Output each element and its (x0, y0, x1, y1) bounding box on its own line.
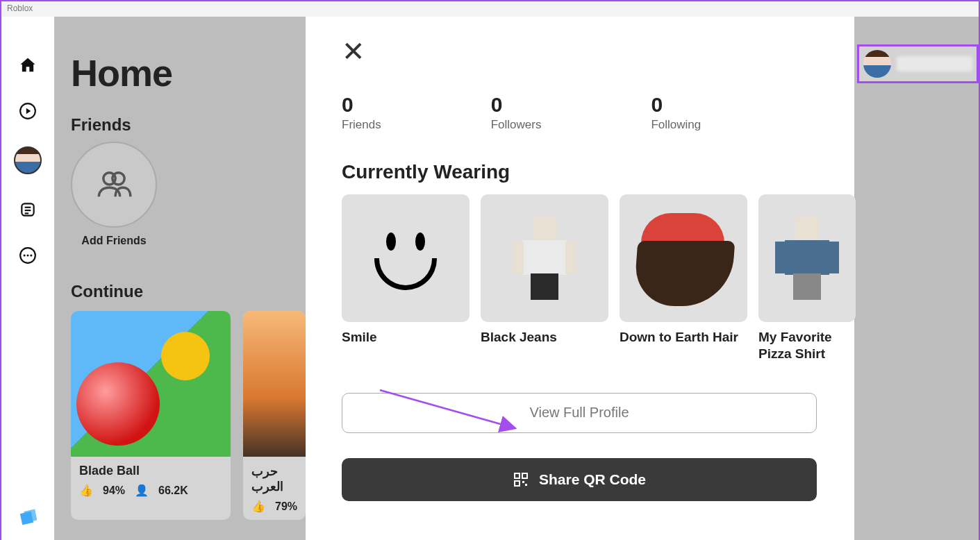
window-titlebar: Roblox (1, 1, 979, 17)
close-icon[interactable]: ✕ (342, 37, 854, 65)
add-friends-label: Add Friends (71, 235, 157, 247)
svg-rect-16 (522, 481, 524, 483)
game-card[interactable]: Blade Ball 👍 94% 👤 66.2K (71, 311, 231, 520)
item-thumb-smile (342, 194, 470, 322)
game-thumbnail (243, 311, 306, 457)
username-blurred (897, 56, 972, 71)
play-icon[interactable] (17, 101, 38, 121)
wearing-item[interactable]: Down to Earth Hair (620, 194, 747, 362)
item-name: Smile (342, 329, 470, 346)
game-title: حرب العرب (251, 464, 297, 494)
stat-label: Friends (342, 118, 381, 132)
item-name: My Favorite Pizza Shirt (758, 329, 856, 362)
item-name: Down to Earth Hair (620, 329, 747, 346)
wearing-item[interactable]: Black Jeans (481, 194, 608, 362)
wearing-item[interactable]: My Favorite Pizza Shirt (758, 194, 856, 362)
game-players: 66.2K (158, 484, 188, 497)
home-icon[interactable] (17, 55, 38, 76)
item-thumb-jeans (481, 194, 608, 322)
thumbs-up-icon: 👍 (79, 484, 93, 497)
svg-rect-17 (525, 484, 527, 486)
currently-wearing-heading: Currently Wearing (342, 161, 854, 183)
svg-rect-10 (24, 509, 37, 523)
stat-followers[interactable]: 0 Followers (491, 93, 542, 132)
stat-label: Following (651, 118, 701, 132)
stat-friends[interactable]: 0 Friends (342, 93, 381, 132)
svg-rect-14 (522, 473, 527, 478)
left-sidebar (1, 17, 54, 540)
stat-value: 0 (342, 93, 381, 117)
game-thumbnail (71, 311, 231, 457)
svg-point-6 (24, 254, 26, 256)
players-icon: 👤 (135, 484, 149, 497)
game-title: Blade Ball (79, 464, 222, 478)
item-thumb-hair (620, 194, 747, 322)
thumbs-up-icon: 👍 (251, 500, 265, 513)
more-icon[interactable] (17, 245, 38, 266)
roblox-logo-icon[interactable] (19, 508, 37, 526)
game-rating: 79% (275, 500, 297, 513)
svg-rect-13 (515, 473, 520, 478)
game-card[interactable]: حرب العرب 👍 79% (243, 311, 306, 520)
item-name: Black Jeans (481, 329, 608, 346)
share-qr-code-button[interactable]: Share QR Code (342, 458, 817, 501)
stat-following[interactable]: 0 Following (651, 93, 701, 132)
avatar (863, 50, 891, 78)
share-qr-label: Share QR Code (539, 471, 646, 488)
view-full-profile-button[interactable]: View Full Profile (342, 393, 817, 433)
game-rating: 94% (103, 484, 125, 497)
qr-icon (513, 471, 529, 488)
svg-rect-15 (515, 481, 520, 486)
friends-icon (96, 167, 132, 203)
svg-point-8 (30, 254, 32, 256)
notes-icon[interactable] (17, 199, 38, 220)
stat-value: 0 (491, 93, 542, 117)
sidebar-avatar[interactable] (14, 146, 42, 174)
add-friends-button[interactable] (71, 142, 157, 228)
wearing-items-row: Smile Black Jeans Down to Earth Hair (342, 194, 854, 362)
profile-badge-highlight[interactable] (857, 44, 979, 83)
stat-label: Followers (491, 118, 542, 132)
wearing-item[interactable]: Smile (342, 194, 470, 362)
svg-point-7 (26, 254, 28, 256)
stat-value: 0 (651, 93, 701, 117)
item-thumb-pizza-shirt (758, 194, 856, 322)
profile-side-panel: ✕ 0 Friends 0 Followers 0 Following Curr… (306, 17, 854, 540)
